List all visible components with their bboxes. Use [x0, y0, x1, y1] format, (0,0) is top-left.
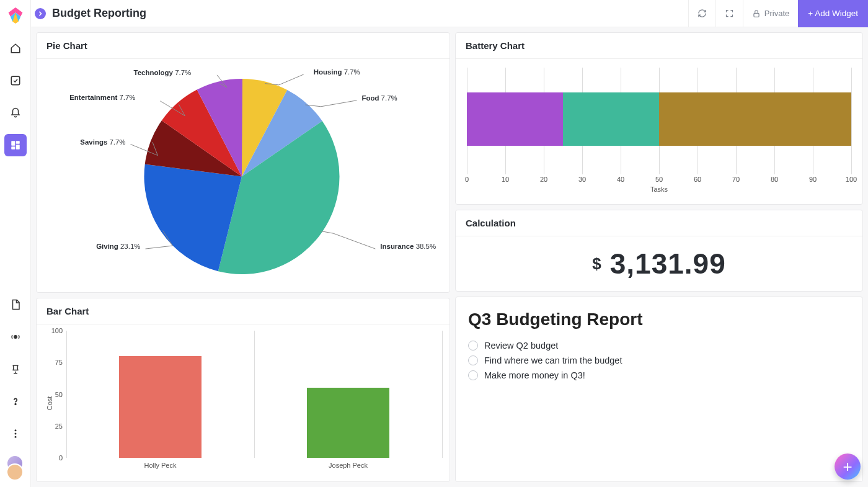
doc-checklist-item[interactable]: Review Q2 budget: [468, 338, 850, 353]
calculation-widget[interactable]: Calculation $ 3,131.99: [455, 210, 863, 292]
bar-joseph-peck[interactable]: [307, 388, 389, 458]
calculation-value: 3,131.99: [610, 247, 726, 280]
doc-item-text: Review Q2 budget: [484, 341, 558, 351]
pie-label: Food 7.7%: [361, 94, 397, 102]
pie-label: Giving 23.1%: [96, 243, 140, 250]
battery-tick: 30: [578, 176, 586, 183]
nav-dashboards[interactable]: [4, 134, 27, 156]
add-widget-button[interactable]: + Add Widget: [798, 0, 868, 27]
app-logo: [7, 6, 24, 25]
bar-xtick: Holly Peck: [144, 462, 177, 469]
fullscreen-button[interactable]: [715, 0, 743, 27]
nav-notifications[interactable]: [4, 102, 27, 124]
unchecked-circle-icon[interactable]: [468, 370, 478, 380]
pie-label: Housing 7.7%: [314, 68, 360, 76]
battery-tick: 90: [809, 176, 817, 183]
svg-rect-3: [16, 145, 19, 150]
pie-label: Entertainment 7.7%: [69, 94, 135, 101]
user-avatars[interactable]: [6, 455, 25, 482]
nav-home[interactable]: [4, 37, 27, 60]
bar-xtick: Joseph Peck: [329, 462, 368, 469]
unchecked-circle-icon[interactable]: [468, 355, 478, 365]
currency-symbol: $: [592, 254, 601, 274]
battery-tick: 20: [540, 176, 547, 183]
bar-ytick: 75: [55, 359, 63, 366]
expand-sidebar-button[interactable]: [35, 8, 46, 19]
battery-chart-canvas: 0102030405060708090100 Tasks: [456, 59, 862, 204]
battery-tick: 60: [694, 176, 701, 183]
page-header: Budget Reporting Private + Add Widget: [31, 0, 868, 27]
quick-create-fab[interactable]: +: [835, 453, 861, 480]
bar-ytick: 100: [51, 327, 63, 334]
svg-point-7: [14, 429, 16, 431]
privacy-label: Private: [764, 9, 789, 18]
svg-rect-4: [11, 146, 15, 150]
refresh-button[interactable]: [688, 0, 715, 27]
bar-chart-canvas: Cost 0255075100Holly PeckJoseph Peck: [37, 324, 450, 481]
nav-more[interactable]: [4, 422, 27, 445]
battery-segment[interactable]: [659, 92, 851, 146]
doc-item-text: Make more money in Q3!: [484, 370, 585, 380]
nav-docs[interactable]: [4, 293, 27, 316]
battery-tick: 100: [846, 176, 857, 183]
battery-tick: 0: [465, 176, 469, 183]
pie-label: Technology 7.7%: [134, 69, 192, 76]
svg-rect-2: [16, 141, 19, 144]
battery-tick: 40: [617, 176, 624, 183]
battery-tick: 50: [655, 176, 663, 183]
widget-title: Calculation: [456, 210, 862, 236]
dashboard-grid: Pie Chart Housing 7.7%Food 7.7%Insurance…: [31, 27, 868, 487]
left-nav-rail: [0, 0, 31, 487]
bar-holly-peck[interactable]: [119, 356, 202, 458]
doc-item-text: Find where we can trim the budget: [484, 355, 622, 365]
doc-heading: Q3 Budgeting Report: [468, 310, 850, 329]
nav-pulse[interactable]: [4, 326, 27, 348]
svg-point-5: [14, 336, 17, 339]
svg-rect-0: [11, 76, 20, 85]
doc-checklist-item[interactable]: Find where we can trim the budget: [468, 353, 850, 368]
doc-checklist-item[interactable]: Make more money in Q3!: [468, 368, 850, 383]
bar-ylabel: Cost: [46, 396, 53, 410]
battery-segment[interactable]: [563, 92, 659, 146]
battery-tick: 70: [732, 176, 740, 183]
svg-point-8: [14, 433, 16, 435]
pie-chart-widget[interactable]: Pie Chart Housing 7.7%Food 7.7%Insurance…: [36, 32, 450, 293]
bar-ytick: 25: [55, 422, 63, 430]
bar-ytick: 0: [59, 454, 63, 462]
page-title: Budget Reporting: [52, 7, 146, 20]
battery-tick: 80: [771, 176, 778, 183]
unchecked-circle-icon[interactable]: [468, 341, 478, 351]
privacy-toggle[interactable]: Private: [743, 0, 798, 27]
bar-ytick: 50: [55, 391, 63, 398]
nav-goals[interactable]: [4, 358, 27, 380]
battery-segment[interactable]: [467, 92, 563, 146]
svg-point-6: [15, 404, 16, 405]
svg-rect-1: [11, 141, 15, 146]
battery-xlabel: Tasks: [467, 185, 851, 193]
doc-widget[interactable]: Q3 Budgeting Report Review Q2 budgetFind…: [455, 297, 863, 482]
pie-svg: Housing 7.7%Food 7.7%Insurance 38.5%Givi…: [37, 59, 450, 293]
widget-title: Battery Chart: [456, 33, 862, 59]
nav-help[interactable]: [4, 390, 27, 413]
svg-point-9: [14, 436, 16, 438]
widget-title: Bar Chart: [37, 298, 450, 324]
bar-chart-widget[interactable]: Bar Chart Cost 0255075100Holly PeckJosep…: [36, 298, 450, 482]
nav-tasks[interactable]: [4, 69, 27, 92]
pie-label: Savings 7.7%: [80, 138, 125, 146]
pie-label: Insurance 38.5%: [380, 243, 436, 250]
battery-chart-widget[interactable]: Battery Chart 0102030405060708090100 Tas…: [455, 32, 863, 205]
svg-rect-10: [754, 13, 759, 17]
widget-title: Pie Chart: [37, 33, 450, 59]
pie-chart-canvas: Housing 7.7%Food 7.7%Insurance 38.5%Givi…: [37, 59, 450, 293]
battery-tick: 10: [502, 176, 509, 183]
